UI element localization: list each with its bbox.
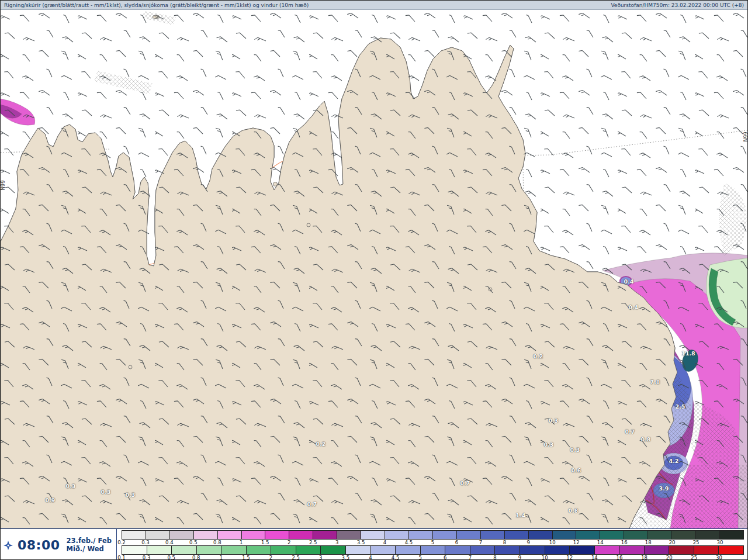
forecast-date-line2: Mið./ Wed (67, 545, 112, 553)
legend-tick-label: 0.5 (167, 555, 175, 560)
footer-bar: 08:00 23.feb./ Feb Mið./ Wed 0.20.30.40.… (1, 528, 747, 560)
legend-cell (433, 531, 457, 539)
legend-cell (505, 531, 529, 539)
sleet-snow-tick-labels: 0.20.30.40.50.811.522.533.544.5567891012… (122, 540, 744, 545)
legend-cell (669, 546, 694, 554)
precipitation-legend: 0.20.30.40.50.811.522.533.544.5567891012… (117, 529, 747, 560)
legend-tick-label: 3.5 (342, 555, 350, 560)
legend-tick-label: 12 (573, 540, 580, 545)
legend-tick-label: 6 (444, 555, 446, 560)
legend-tick-label: 2 (288, 540, 290, 545)
sleet-snow-color-strip (122, 530, 744, 540)
legend-cell (520, 546, 545, 554)
weather-map-page: Rigning/skúrir (grænt/blátt/rautt - mm/1… (0, 0, 748, 560)
legend-cell (719, 546, 743, 554)
legend-cell (529, 531, 553, 539)
route-label-left: N99 (1, 180, 6, 190)
legend-tick-label: 16 (617, 555, 623, 560)
legend-tick-label: 30 (716, 555, 722, 560)
legend-tick-label: 3 (335, 540, 338, 545)
legend-cell (170, 531, 194, 539)
legend-tick-label: 3 (319, 555, 322, 560)
rain-color-strip (122, 545, 744, 555)
legend-tick-label: 0.2 (117, 540, 126, 545)
legend-cell (337, 531, 361, 539)
legend-cell (296, 546, 321, 554)
legend-cell (361, 531, 385, 539)
legend-cell (624, 531, 648, 539)
legend-tick-label: 5 (431, 540, 434, 545)
legend-tick-label: 8 (503, 540, 506, 545)
legend-tick-label: 10 (549, 540, 556, 545)
legend-cell (553, 531, 577, 539)
legend-cell (242, 531, 266, 539)
forecast-date-line1: 23.feb./ Feb (67, 537, 112, 545)
legend-tick-label: 14 (597, 540, 604, 545)
legend-tick-label: 1.5 (242, 555, 250, 560)
legend-cell (576, 531, 600, 539)
legend-cell (445, 546, 470, 554)
legend-tick-label: 9 (527, 540, 530, 545)
legend-cell (421, 546, 446, 554)
legend-cell (545, 546, 570, 554)
legend-tick-label: 4.5 (405, 540, 413, 545)
legend-cell (470, 546, 496, 554)
legend-cell (595, 546, 620, 554)
legend-tick-label: 2.5 (309, 540, 317, 545)
legend-tick-label: 30 (717, 540, 723, 545)
legend-tick-label: 8 (493, 555, 496, 560)
forecast-date: 23.feb./ Feb Mið./ Wed (64, 537, 112, 552)
legend-cell (385, 531, 409, 539)
legend-cell (147, 546, 172, 554)
legend-tick-label: 20 (669, 540, 676, 545)
weather-map-canvas (1, 10, 747, 528)
legend-tick-label: 0.8 (192, 555, 200, 560)
legend-tick-label: 12 (566, 555, 573, 560)
wind-rose-icon (3, 540, 13, 551)
legend-cell (271, 546, 296, 554)
legend-tick-label: 1 (220, 555, 223, 560)
legend-cell (371, 546, 396, 554)
legend-cell (346, 546, 371, 554)
legend-tick-label: 10 (542, 555, 548, 560)
legend-tick-label: 20 (666, 555, 673, 560)
title-bar: Rigning/skúrir (grænt/blátt/rautt - mm/1… (1, 1, 747, 10)
map-area: 0.40.40.211.87.82.50.70.84.23.90.30.30.3… (1, 10, 747, 528)
route-label-right: N99 (742, 132, 747, 141)
legend-cell (481, 531, 505, 539)
legend-tick-label: 2.5 (292, 555, 300, 560)
legend-cell (645, 546, 670, 554)
legend-cell (218, 531, 242, 539)
legend-cell (321, 546, 346, 554)
forecast-time: 08:00 (18, 538, 60, 552)
map-legend-title: Rigning/skúrir (grænt/blátt/rautt - mm/1… (4, 2, 309, 8)
legend-cell (172, 546, 197, 554)
legend-tick-label: 7 (469, 555, 472, 560)
legend-tick-label: 0.8 (213, 540, 221, 545)
legend-tick-label: 6 (455, 540, 458, 545)
legend-tick-label: 18 (645, 540, 652, 545)
legend-tick-label: 0.1 (117, 555, 126, 560)
model-run-info: Veðurstofan/HM750m: 23.02.2022 00:00 UTC… (611, 2, 744, 8)
legend-cell (694, 546, 719, 554)
rain-tick-labels: 0.10.30.50.811.522.533.544.5567891012141… (122, 555, 744, 560)
legend-tick-label: 0.3 (141, 540, 150, 545)
legend-tick-label: 0.3 (143, 555, 151, 560)
legend-cell (197, 546, 222, 554)
legend-cell (570, 546, 595, 554)
legend-cell (289, 531, 313, 539)
legend-cell (672, 531, 696, 539)
legend-cell (122, 546, 147, 554)
sleet-snow-scale: 0.20.30.40.50.811.522.533.544.5567891012… (122, 530, 744, 545)
legend-tick-label: 7 (479, 540, 482, 545)
legend-tick-label: 9 (518, 555, 521, 560)
legend-tick-label: 0.5 (189, 540, 198, 545)
legend-tick-label: 1 (240, 540, 243, 545)
legend-cell (194, 531, 218, 539)
legend-cell (720, 531, 743, 539)
legend-cell (122, 531, 146, 539)
legend-tick-label: 16 (621, 540, 628, 545)
legend-cell (247, 546, 272, 554)
legend-cell (221, 546, 247, 554)
legend-tick-label: 3.5 (357, 540, 365, 545)
